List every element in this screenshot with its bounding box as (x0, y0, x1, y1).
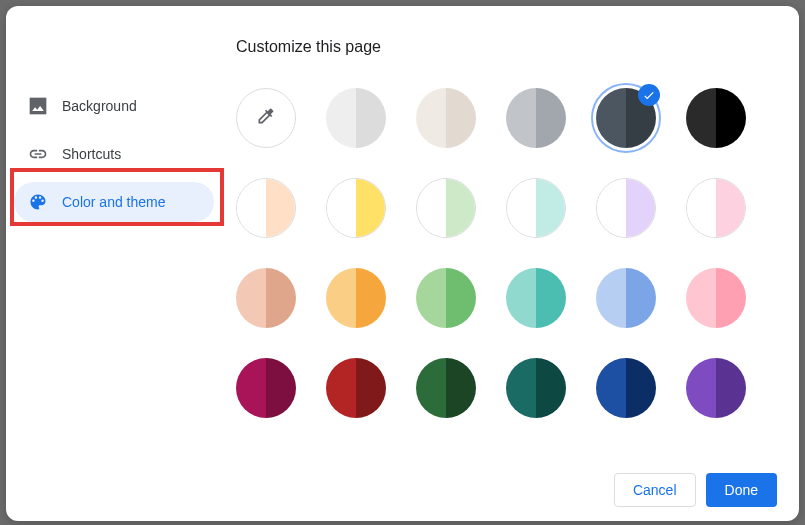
color-swatch[interactable] (416, 178, 476, 238)
checkmark-icon (638, 84, 660, 106)
color-swatch[interactable] (506, 358, 566, 418)
color-swatch[interactable] (416, 88, 476, 148)
link-icon (28, 144, 48, 164)
color-swatch[interactable] (506, 178, 566, 238)
nav-background[interactable]: Background (14, 86, 214, 126)
color-swatch[interactable] (236, 178, 296, 238)
nav-color-theme[interactable]: Color and theme (14, 182, 214, 222)
color-swatch[interactable] (596, 178, 656, 238)
color-swatch[interactable] (236, 358, 296, 418)
color-swatch[interactable] (236, 268, 296, 328)
dialog-title: Customize this page (236, 38, 381, 56)
sidebar: Background Shortcuts Color and theme (14, 86, 214, 230)
swatch-grid (236, 88, 779, 448)
swatch-row (236, 88, 779, 148)
eyedropper-icon (256, 106, 276, 130)
color-swatch[interactable] (506, 268, 566, 328)
done-button[interactable]: Done (706, 473, 777, 507)
nav-label: Shortcuts (62, 146, 121, 162)
color-swatch[interactable] (326, 178, 386, 238)
nav-shortcuts[interactable]: Shortcuts (14, 134, 214, 174)
color-swatch[interactable] (416, 268, 476, 328)
swatch-row (236, 358, 779, 418)
color-swatch[interactable] (326, 358, 386, 418)
color-swatch[interactable] (686, 358, 746, 418)
nav-label: Background (62, 98, 137, 114)
color-swatch[interactable] (596, 358, 656, 418)
background-icon (28, 96, 48, 116)
color-swatch[interactable] (596, 268, 656, 328)
color-swatch[interactable] (686, 88, 746, 148)
color-swatch[interactable] (686, 268, 746, 328)
customize-dialog: Customize this page Background Shortcuts… (6, 6, 799, 521)
color-swatch-selected[interactable] (596, 88, 656, 148)
swatch-row (236, 268, 779, 328)
color-swatch[interactable] (686, 178, 746, 238)
nav-label: Color and theme (62, 194, 166, 210)
color-swatch[interactable] (326, 88, 386, 148)
color-swatch[interactable] (416, 358, 476, 418)
color-swatch[interactable] (326, 268, 386, 328)
dialog-footer: Cancel Done (614, 473, 777, 507)
color-picker-swatch[interactable] (236, 88, 296, 148)
swatch-row (236, 178, 779, 238)
cancel-button[interactable]: Cancel (614, 473, 696, 507)
color-swatch[interactable] (506, 88, 566, 148)
palette-icon (28, 192, 48, 212)
